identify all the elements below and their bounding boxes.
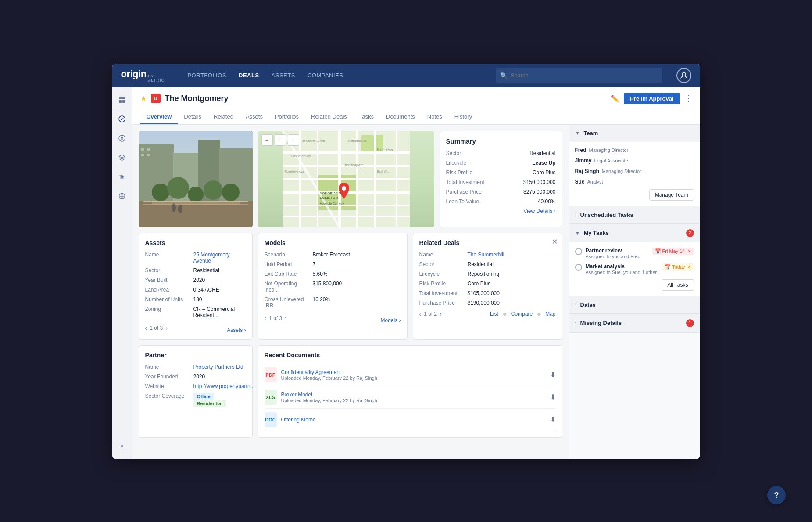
doc-download-1[interactable]: ⬇ <box>550 393 556 401</box>
missing-details-section-header[interactable]: › Missing Details 1 <box>569 314 700 332</box>
more-options-button[interactable]: ⋮ <box>684 94 692 103</box>
member-name-2: Raj Singh <box>575 168 599 174</box>
rdeal-lifecycle-value: Repositioning <box>468 271 500 277</box>
asset-year-label: Year Built <box>145 277 193 283</box>
asset-zoning-value: CR – Commercial Resident... <box>193 306 246 318</box>
sidebar-icon-grid[interactable] <box>116 94 128 106</box>
tab-history[interactable]: History <box>448 110 478 124</box>
tab-documents[interactable]: Documents <box>380 110 421 124</box>
doc-pdf-icon: PDF <box>265 367 277 382</box>
svg-text:Roselawn Ave: Roselawn Ave <box>285 170 304 173</box>
svg-rect-16 <box>141 154 144 156</box>
rdeal-sector-value: Residential <box>468 261 494 267</box>
svg-point-21 <box>167 177 189 199</box>
rdeal-next[interactable]: › <box>440 310 442 317</box>
user-avatar[interactable] <box>676 68 691 83</box>
sidebar-icon-check[interactable] <box>116 113 128 125</box>
tab-notes[interactable]: Notes <box>421 110 448 124</box>
rdeal-prev[interactable]: ‹ <box>419 310 422 317</box>
search-input[interactable] <box>496 68 662 83</box>
rdeal-compare-link[interactable]: Compare <box>511 311 533 317</box>
doc-download-0[interactable]: ⬇ <box>550 371 556 379</box>
assets-prev[interactable]: ‹ <box>145 324 147 331</box>
dates-section-header[interactable]: › Dates <box>569 296 700 313</box>
assets-next[interactable]: › <box>165 324 168 331</box>
asset-units-label: Number of Units <box>145 296 193 302</box>
edit-button[interactable]: ✏️ <box>611 94 619 103</box>
due-x-1[interactable]: ✕ <box>687 264 691 270</box>
doc-meta-1: Uploaded Monday, February 22 by Raj Sing… <box>281 398 546 403</box>
partner-title: Partner <box>145 352 246 359</box>
help-button[interactable]: ? <box>767 486 786 504</box>
nav-companies[interactable]: COMPANIES <box>308 70 343 80</box>
summary-purchase-label: Purchase Price <box>446 189 482 195</box>
favorite-icon[interactable]: ★ <box>140 94 147 103</box>
manage-team-button[interactable]: Manage Team <box>649 189 694 201</box>
sidebar-icon-x[interactable] <box>116 132 128 144</box>
tab-related[interactable]: Related <box>207 110 240 124</box>
team-section-header[interactable]: ▼ Team <box>569 125 700 142</box>
map-zoom-out-btn[interactable]: - <box>288 134 299 146</box>
doc-download-2[interactable]: ⬇ <box>550 415 556 424</box>
my-tasks-toggle-icon: ▼ <box>575 230 580 236</box>
nav-portfolios[interactable]: PORTFOLIOS <box>187 70 226 80</box>
models-link[interactable]: Models › <box>380 317 401 324</box>
task-check-1[interactable] <box>575 264 582 271</box>
partner-website-value[interactable]: http://www.propertypartn... <box>193 383 255 389</box>
nav-deals[interactable]: DEALS <box>239 70 259 80</box>
partner-name-value[interactable]: Property Partners Ltd <box>193 364 243 370</box>
svg-point-24 <box>222 184 240 201</box>
svg-point-27 <box>172 203 176 212</box>
model-hold-value: 7 <box>313 261 316 267</box>
rdeal-name-value[interactable]: The Summerhill <box>468 252 504 258</box>
rdeal-list-link[interactable]: List <box>490 311 498 317</box>
tab-details[interactable]: Details <box>178 110 207 124</box>
svg-rect-15 <box>147 148 150 151</box>
svg-point-28 <box>178 205 182 213</box>
tab-tasks[interactable]: Tasks <box>353 110 380 124</box>
tab-related-deals[interactable]: Related Deals <box>305 110 353 124</box>
status-button[interactable]: Prelim Approval <box>624 93 680 104</box>
rdeal-map-link[interactable]: Map <box>545 311 555 317</box>
rdeal-page: 1 of 2 <box>424 311 437 317</box>
task-due-0: 📅 Fri May 14 ✕ <box>652 248 694 255</box>
models-prev[interactable]: ‹ <box>265 315 267 322</box>
related-deals-close[interactable]: ✕ <box>552 238 558 246</box>
map-layers-btn[interactable]: ≡ <box>261 134 273 146</box>
nav-assets[interactable]: ASSETS <box>272 70 295 80</box>
tab-portfolios[interactable]: Portfolios <box>269 110 305 124</box>
assets-link[interactable]: Assets › <box>227 327 246 333</box>
task-info-0: Partner review Assigned to you and Fred. <box>586 248 649 259</box>
tab-assets[interactable]: Assets <box>240 110 269 124</box>
due-x-0[interactable]: ✕ <box>687 248 691 254</box>
partner-founded-label: Year Founded <box>145 374 193 380</box>
rdeal-total-label: Total Investment <box>419 290 468 296</box>
sidebar-icon-globe[interactable] <box>116 190 128 202</box>
doc-name-2[interactable]: Offering Memo <box>281 417 546 423</box>
doc-item-1: XLS Broker Model Uploaded Monday, Februa… <box>265 386 556 409</box>
models-next[interactable]: › <box>285 315 287 322</box>
unscheduled-section-header[interactable]: › Unscheduled Tasks <box>569 206 700 223</box>
rdeal-purchase-row: Purchase Price $190,000,000 <box>419 300 556 306</box>
all-tasks-button[interactable]: All Tasks <box>662 279 694 291</box>
badge-office: Office <box>193 393 214 400</box>
doc-name-0[interactable]: Confidentiality Agreement <box>281 369 546 375</box>
model-scenario-row: Scenario Broker Forecast <box>265 252 401 258</box>
asset-name-value[interactable]: 25 Montgomery Avenue <box>193 252 246 264</box>
svg-rect-14 <box>141 148 144 151</box>
main-panel: YONGE AND EGLINTON Absolute Comedy <box>132 125 569 459</box>
doc-name-1[interactable]: Broker Model <box>281 392 546 398</box>
task-check-0[interactable] <box>575 248 582 255</box>
svg-rect-1 <box>119 97 122 99</box>
summary-sector-value: Residential <box>529 150 555 156</box>
view-details-link[interactable]: View Details › <box>446 208 556 214</box>
my-tasks-section-header[interactable]: ▼ My Tasks 2 <box>569 224 700 242</box>
models-page: 1 of 3 <box>269 315 282 321</box>
sidebar-expand[interactable]: » <box>117 439 127 453</box>
logo[interactable]: origin BY ALTRIO <box>121 68 165 83</box>
sidebar-icon-star[interactable] <box>116 171 128 183</box>
map-zoom-in-btn[interactable]: + <box>275 134 286 146</box>
tab-overview[interactable]: Overview <box>140 110 178 124</box>
assets-card: Assets Name 25 Montgomery Avenue Sector … <box>139 233 253 340</box>
sidebar-icon-layers[interactable] <box>116 151 128 164</box>
